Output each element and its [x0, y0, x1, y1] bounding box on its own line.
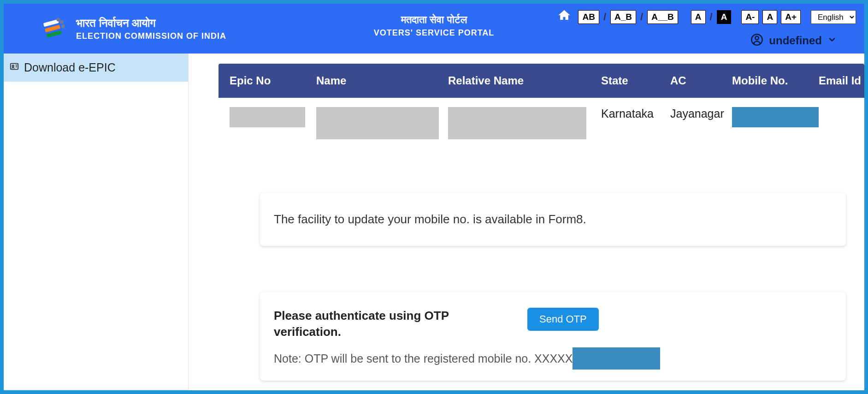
sidebar-item-download-epic[interactable]: Download e-EPIC: [4, 54, 188, 82]
separator: /: [640, 11, 643, 23]
otp-instruction: Please authenticate using OTP verificati…: [274, 308, 449, 340]
send-otp-button[interactable]: Send OTP: [527, 308, 599, 331]
letter-spacing-normal[interactable]: AB: [578, 10, 599, 24]
separator: /: [603, 11, 606, 23]
logo-block: भारत निर्वाचन आयोग ELECTION COMMISSION O…: [38, 14, 226, 43]
svg-point-4: [60, 20, 64, 24]
redacted-mobile: [732, 107, 819, 127]
redacted-name: [316, 107, 439, 139]
svg-point-7: [756, 36, 759, 40]
otp-note-text: Note: OTP will be sent to the registered…: [274, 352, 573, 365]
info-card: The facility to update your mobile no. i…: [260, 193, 846, 246]
col-name: Name: [314, 74, 446, 87]
svg-point-5: [61, 24, 65, 28]
portal-title-hindi: मतदाता सेवा पोर्टल: [374, 14, 495, 26]
org-title-english: ELECTION COMMISSION OF INDIA: [76, 31, 226, 41]
home-icon[interactable]: [557, 8, 572, 25]
sidebar-item-label: Download e-EPIC: [24, 61, 116, 74]
app-window: भारत निर्वाचन आयोग ELECTION COMMISSION O…: [4, 4, 864, 390]
col-ac: AC: [668, 74, 730, 87]
letter-spacing-wide[interactable]: A_B: [610, 10, 636, 24]
table-row: Karnataka Jayanagar: [218, 98, 864, 142]
cell-state: Karnataka: [599, 107, 668, 120]
font-decrease[interactable]: A-: [741, 10, 759, 24]
otp-note: Note: OTP will be sent to the registered…: [274, 347, 832, 370]
redacted-mobile-partial: [573, 347, 660, 370]
header: भारत निर्वाचन आयोग ELECTION COMMISSION O…: [4, 4, 864, 54]
contrast-high[interactable]: A: [717, 10, 732, 24]
contrast-normal[interactable]: A: [691, 10, 706, 24]
user-name-label: undefined: [769, 34, 822, 47]
portal-title-english: VOTERS' SERVICE PORTAL: [374, 28, 495, 38]
accessibility-controls: AB / A_B / A__B A / A A- A A+ English: [557, 8, 856, 25]
font-increase[interactable]: A+: [781, 10, 801, 24]
user-menu[interactable]: undefined: [750, 33, 837, 48]
svg-point-3: [56, 18, 60, 21]
svg-point-9: [12, 65, 14, 67]
sidebar: Download e-EPIC: [4, 54, 189, 390]
font-normal[interactable]: A: [762, 10, 777, 24]
otp-card: Please authenticate using OTP verificati…: [260, 292, 846, 381]
id-card-icon: [9, 61, 19, 74]
org-title-block: भारत निर्वाचन आयोग ELECTION COMMISSION O…: [76, 17, 226, 41]
body: Download e-EPIC Epic No Name Relative Na…: [4, 54, 864, 390]
user-icon: [750, 33, 763, 48]
language-select[interactable]: English: [811, 10, 856, 24]
col-epic: Epic No: [228, 74, 314, 87]
eci-logo: [38, 14, 67, 43]
results-table-header: Epic No Name Relative Name State AC Mobi…: [218, 64, 864, 98]
separator: /: [710, 11, 713, 23]
redacted-relative: [448, 107, 586, 139]
col-email: Email Id: [817, 74, 863, 87]
col-state: State: [599, 74, 668, 87]
main-content: Epic No Name Relative Name State AC Mobi…: [189, 54, 864, 390]
col-mobile: Mobile No.: [730, 74, 817, 87]
info-text: The facility to update your mobile no. i…: [274, 212, 586, 226]
portal-title-block: मतदाता सेवा पोर्टल VOTERS' SERVICE PORTA…: [374, 14, 495, 38]
chevron-down-icon: [827, 35, 837, 47]
letter-spacing-wider[interactable]: A__B: [647, 10, 678, 24]
cell-ac: Jayanagar: [668, 107, 730, 120]
redacted-epic: [230, 107, 305, 127]
col-relative: Relative Name: [446, 74, 599, 87]
org-title-hindi: भारत निर्वाचन आयोग: [76, 17, 226, 30]
